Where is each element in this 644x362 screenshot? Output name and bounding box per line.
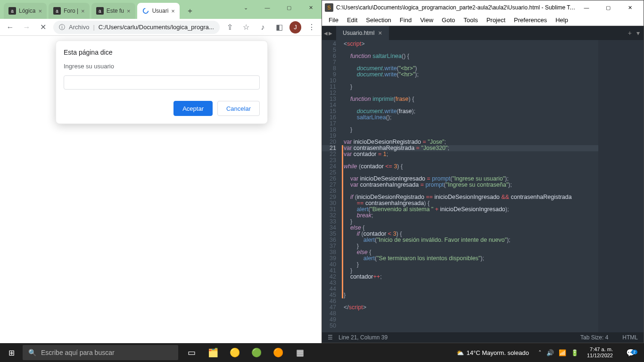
- wifi-icon[interactable]: 📶: [559, 349, 566, 356]
- prompt-input[interactable]: [64, 75, 260, 90]
- menu-view[interactable]: View: [416, 16, 437, 25]
- close-window-icon[interactable]: ✕: [300, 0, 322, 15]
- extension-icon[interactable]: ♪: [256, 21, 269, 34]
- minimap[interactable]: [598, 40, 644, 332]
- weather-icon: ⛅: [456, 349, 464, 356]
- search-placeholder: Escribe aquí para buscar: [41, 349, 115, 356]
- minimize-icon[interactable]: ―: [256, 0, 278, 15]
- battery-icon[interactable]: 🔋: [571, 349, 578, 356]
- button-label: Cancelar: [226, 105, 251, 112]
- profile-avatar[interactable]: J: [289, 21, 301, 33]
- sublime-app-icon[interactable]: ▦: [289, 343, 310, 362]
- chrome-app-icon[interactable]: 🟡: [224, 343, 245, 362]
- taskbar-apps: ▭ 🗂️ 🟡 🟢 🟠 ▦: [181, 343, 310, 362]
- search-icon: 🔍: [28, 349, 36, 356]
- forward-button[interactable]: →: [20, 21, 33, 34]
- new-tab-button[interactable]: ＋: [183, 4, 197, 17]
- share-icon[interactable]: ⇪: [223, 21, 236, 34]
- menu-help[interactable]: Help: [552, 16, 572, 25]
- chrome-titlebar: a Lógica × a Foro | × a Este fu × Usuari…: [0, 0, 322, 19]
- spotify-app-icon[interactable]: 🟢: [246, 343, 267, 362]
- menu-file[interactable]: File: [325, 16, 342, 25]
- maximize-icon[interactable]: ▢: [597, 1, 619, 14]
- explorer-app-icon[interactable]: 🗂️: [203, 343, 223, 362]
- tab-right-icon[interactable]: ▶: [329, 31, 332, 36]
- start-button[interactable]: ⊞: [0, 343, 23, 362]
- window-title: C:\Users\carlu\Documents\logica_programa…: [336, 4, 576, 11]
- chrome-tab[interactable]: a Foro | ×: [49, 3, 90, 19]
- volume-icon[interactable]: 🔊: [546, 349, 554, 356]
- page-content: Esta página dice Ingrese su usuario Acep…: [0, 36, 322, 343]
- window-controls: ― ▢ ✕: [576, 1, 641, 14]
- back-button[interactable]: ←: [4, 21, 17, 34]
- weather-text: 14°C Mayorm. soleado: [467, 349, 529, 356]
- maximize-icon[interactable]: ▢: [278, 0, 300, 15]
- chrome-window: a Lógica × a Foro | × a Este fu × Usuari…: [0, 0, 322, 343]
- menu-tools[interactable]: Tools: [460, 16, 481, 25]
- clock[interactable]: 7:47 a. m. 11/12/2022: [583, 346, 617, 359]
- close-icon[interactable]: ×: [171, 8, 175, 15]
- weather-widget[interactable]: ⛅ 14°C Mayorm. soleado: [452, 349, 534, 356]
- close-icon[interactable]: ×: [127, 8, 131, 15]
- menu-icon[interactable]: ☰: [328, 334, 333, 341]
- info-icon[interactable]: ⓘ: [59, 23, 65, 32]
- system-tray: ⛅ 14°C Mayorm. soleado ˄ 🔊 📶 🔋 7:47 a. m…: [452, 343, 644, 362]
- site-favicon: a: [96, 7, 104, 15]
- menu-selection[interactable]: Selection: [362, 16, 395, 25]
- menu-preferences[interactable]: Preferences: [510, 16, 551, 25]
- line-gutter[interactable]: 4567891011121314151617181920212223242526…: [322, 40, 341, 332]
- sublime-tabbar: ◀▶ Usuario.html × + ▾: [322, 26, 644, 40]
- tab-left-icon[interactable]: ◀: [324, 31, 328, 36]
- menu-project[interactable]: Project: [483, 16, 509, 25]
- tab-menu-icon[interactable]: ▾: [636, 29, 640, 37]
- sublime-window: S C:\Users\carlu\Documents\logica_progra…: [322, 0, 644, 343]
- notification-center[interactable]: 💬2: [621, 348, 640, 357]
- clock-date: 11/12/2022: [587, 353, 613, 359]
- cancel-button[interactable]: Cancelar: [217, 101, 260, 116]
- file-tab[interactable]: Usuario.html ×: [336, 26, 389, 40]
- cursor-position[interactable]: Line 21, Column 39: [339, 334, 388, 341]
- close-window-icon[interactable]: ✕: [619, 1, 641, 14]
- scheme-label: Archivo: [69, 24, 89, 31]
- close-icon[interactable]: ×: [378, 29, 382, 37]
- minimize-icon[interactable]: ―: [576, 1, 597, 14]
- status-bar: ☰ Line 21, Column 39 Tab Size: 4 HTML: [322, 332, 644, 343]
- taskbar-search[interactable]: 🔍 Escribe aquí para buscar: [23, 345, 178, 360]
- taskview-icon[interactable]: ▭: [181, 343, 202, 362]
- tab-size[interactable]: Tab Size: 4: [580, 334, 608, 341]
- chrome-tab[interactable]: a Lógica ×: [4, 3, 47, 19]
- site-favicon: a: [53, 7, 61, 15]
- chrome-canary-app-icon[interactable]: 🟠: [268, 343, 289, 362]
- tab-label: Usuari: [152, 8, 169, 14]
- dialog-title: Esta página dice: [64, 49, 260, 56]
- editor-area[interactable]: 4567891011121314151617181920212223242526…: [322, 40, 644, 332]
- file-tab-label: Usuario.html: [343, 30, 374, 36]
- address-bar[interactable]: ⓘ Archivo | C:/Users/carlu/Documents/log…: [53, 21, 220, 34]
- chrome-tab-active[interactable]: Usuari ×: [137, 3, 180, 19]
- extension-icon[interactable]: ◧: [273, 21, 286, 34]
- chrome-tab[interactable]: a Este fu ×: [91, 3, 135, 19]
- close-icon[interactable]: ×: [38, 8, 42, 15]
- js-prompt-dialog: Esta página dice Ingrese su usuario Acep…: [56, 41, 268, 124]
- close-icon[interactable]: ×: [81, 8, 85, 15]
- menu-goto[interactable]: Goto: [438, 16, 459, 25]
- svg-point-0: [143, 8, 148, 14]
- new-tab-icon[interactable]: +: [628, 29, 632, 37]
- accept-button[interactable]: Aceptar: [173, 101, 213, 116]
- code-area[interactable]: <script> function saltarLínea() { docume…: [341, 40, 598, 332]
- bookmark-icon[interactable]: ☆: [240, 21, 253, 34]
- dialog-message: Ingrese su usuario: [64, 63, 260, 70]
- menu-edit[interactable]: Edit: [343, 16, 361, 25]
- stop-reload-button[interactable]: ✕: [37, 21, 50, 34]
- chevron-up-icon[interactable]: ˄: [538, 349, 542, 356]
- arrange-icon[interactable]: ⌄: [235, 0, 256, 15]
- sublime-app-icon: S: [325, 3, 333, 12]
- menu-icon[interactable]: ⋮: [305, 21, 318, 34]
- clock-time: 7:47 a. m.: [587, 346, 613, 353]
- tab-label: Lógica: [19, 8, 35, 14]
- button-label: Aceptar: [182, 105, 204, 112]
- sublime-titlebar[interactable]: S C:\Users\carlu\Documents\logica_progra…: [322, 0, 644, 15]
- tab-label: Foro |: [64, 8, 78, 14]
- syntax-lang[interactable]: HTML: [622, 334, 638, 341]
- menu-find[interactable]: Find: [396, 16, 415, 25]
